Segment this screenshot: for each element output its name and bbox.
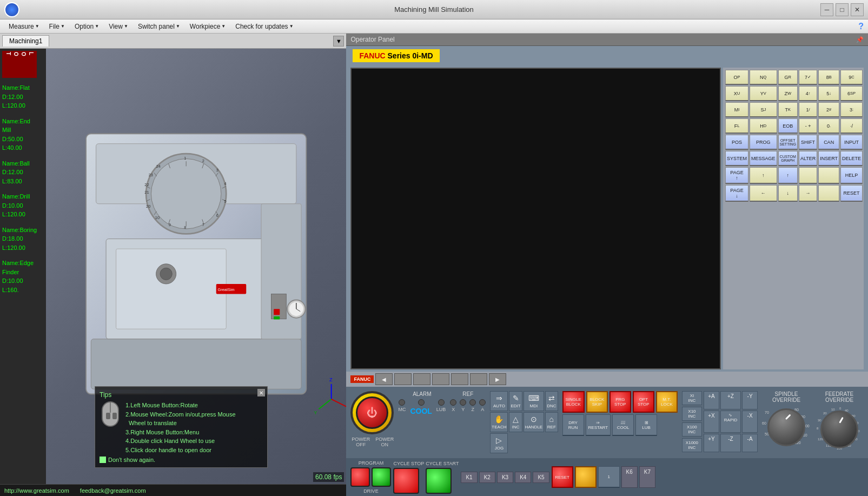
- key-minus[interactable]: - +: [799, 118, 817, 134]
- ctrl-btn5[interactable]: [451, 373, 468, 385]
- key-5[interactable]: 5↓: [818, 86, 839, 101]
- mt-lock-btn[interactable]: M.T.LOCK: [656, 391, 678, 413]
- block-skip-btn[interactable]: BLOCKSKIP: [586, 391, 608, 413]
- ctrl-btn4[interactable]: [432, 373, 449, 385]
- menu-view[interactable]: View ▼: [104, 22, 132, 31]
- key-right-arrow[interactable]: →: [799, 185, 817, 202]
- menu-workpiece[interactable]: Workpiece ▼: [185, 22, 230, 31]
- k2-btn[interactable]: K2: [479, 472, 495, 483]
- minus-a-btn[interactable]: -A: [742, 434, 758, 452]
- mode-ref[interactable]: ⌂ REF: [545, 412, 558, 432]
- tab-machining1[interactable]: Machining1: [2, 35, 49, 47]
- key-CUSTOM[interactable]: CUSTOMGRAPH: [778, 151, 798, 166]
- key-EOB[interactable]: EOB: [778, 118, 798, 134]
- minus-y-btn[interactable]: -Y: [742, 391, 758, 409]
- feedrate-knob[interactable]: [820, 411, 858, 448]
- mode-edit[interactable]: ✎ EDIT: [509, 391, 522, 411]
- amber-btn1[interactable]: [575, 466, 597, 488]
- key-up-arrow[interactable]: ↑: [750, 167, 777, 184]
- key-POS[interactable]: POS: [725, 135, 748, 150]
- mode-inc[interactable]: △ INC: [509, 412, 522, 432]
- key-N[interactable]: NQ: [750, 70, 777, 85]
- spindle-knob[interactable]: [767, 408, 805, 446]
- k3-btn[interactable]: K3: [497, 472, 513, 483]
- cycle-start-btn[interactable]: [426, 468, 452, 494]
- plus-a-btn[interactable]: +A: [704, 391, 719, 409]
- mode-auto[interactable]: ⇒ AUTO: [490, 391, 508, 411]
- minimize-button[interactable]: ─: [820, 3, 833, 16]
- xi-inc-btn[interactable]: XIINC: [682, 391, 702, 405]
- ctrl-rewind[interactable]: ◀: [375, 373, 393, 385]
- key-down-arrow[interactable]: ↓: [778, 185, 798, 202]
- key-HELP[interactable]: HELP: [840, 167, 863, 184]
- key-Z[interactable]: ZW: [778, 86, 798, 101]
- dont-show-again[interactable]: Don't show again.: [100, 457, 263, 463]
- key-Y[interactable]: YV: [750, 86, 777, 101]
- dry-run-btn[interactable]: DRYRUN: [562, 414, 584, 436]
- key-SYSTEM[interactable]: SYSTEM: [725, 151, 748, 166]
- plus-x-btn[interactable]: +X: [704, 411, 719, 433]
- email-link[interactable]: feedback@greatsim.com: [80, 487, 146, 494]
- restart-btn[interactable]: ⇒RESTART: [586, 414, 611, 436]
- single-block-btn[interactable]: SINGLEBLOCK: [562, 391, 585, 413]
- key-INPUT[interactable]: INPUT: [840, 135, 863, 150]
- tips-close-button[interactable]: ✕: [257, 389, 265, 396]
- key-DELETE[interactable]: DELETE: [840, 151, 863, 166]
- op-pin-button[interactable]: 📌: [856, 36, 864, 43]
- cycle-stop-btn[interactable]: [393, 468, 419, 494]
- minus-x-btn[interactable]: -X: [742, 411, 758, 433]
- k4-btn[interactable]: K4: [515, 472, 531, 483]
- key-2[interactable]: 2#: [818, 102, 839, 117]
- ctrl-btn6[interactable]: [470, 373, 487, 385]
- k7-btn[interactable]: K7: [639, 466, 655, 488]
- key-S[interactable]: SJ: [750, 102, 777, 117]
- menu-file[interactable]: File ▼: [45, 22, 69, 31]
- reset-btn2[interactable]: RESET: [552, 466, 573, 488]
- key-G[interactable]: GR: [778, 70, 798, 85]
- menu-option[interactable]: Option ▼: [70, 22, 103, 31]
- mode-mdi[interactable]: ⌨ MDI: [524, 391, 544, 411]
- key-6[interactable]: 6SP: [840, 86, 863, 101]
- prg-stop-btn[interactable]: PRGSTOP: [609, 391, 631, 413]
- mode-dnc[interactable]: ⇄ DNC: [545, 391, 558, 411]
- k6-btn[interactable]: K6: [621, 466, 638, 488]
- key-X[interactable]: XU: [725, 86, 748, 101]
- key-0[interactable]: 0.: [818, 118, 839, 134]
- key-up-arrow2[interactable]: ↑: [778, 167, 798, 184]
- dont-show-checkbox[interactable]: [100, 457, 106, 463]
- extra-btn1[interactable]: 1: [598, 466, 620, 488]
- x10-inc-btn[interactable]: X10INC: [682, 407, 702, 421]
- key-1[interactable]: 1/: [799, 102, 817, 117]
- mode-jog[interactable]: ▷ JOG: [490, 433, 508, 453]
- key-left-arrow[interactable]: ←: [750, 185, 777, 202]
- key-H[interactable]: HD: [750, 118, 777, 134]
- close-button[interactable]: ✕: [851, 3, 864, 16]
- tab-dropdown[interactable]: ▼: [333, 36, 344, 47]
- program-stop-btn[interactable]: [350, 467, 370, 487]
- program-start-btn[interactable]: [372, 467, 391, 487]
- key-CAN[interactable]: CAN: [818, 135, 839, 150]
- key-dotslash[interactable]: ·/: [840, 118, 863, 134]
- menu-check-updates[interactable]: Check for updates ▼: [231, 22, 297, 31]
- maximize-button[interactable]: □: [836, 3, 849, 16]
- key-T[interactable]: TK: [778, 102, 798, 117]
- k5-btn[interactable]: K5: [533, 472, 549, 483]
- k1-btn[interactable]: K1: [461, 472, 477, 483]
- plus-y-btn[interactable]: +Y: [704, 434, 719, 452]
- menu-switch-panel[interactable]: Switch panel ▼: [134, 22, 184, 31]
- minus-z-btn[interactable]: -Z: [720, 434, 741, 452]
- opt-stop-btn[interactable]: OPTSTOP: [633, 391, 654, 413]
- menu-measure[interactable]: Measure ▼: [4, 22, 44, 31]
- cool-btn[interactable]: ⛆COOL: [612, 414, 634, 436]
- mode-teach[interactable]: ✋ TEACH: [490, 412, 508, 432]
- key-7[interactable]: 7✓: [799, 70, 817, 85]
- help-icon[interactable]: ?: [858, 22, 864, 31]
- key-3[interactable]: 3:: [840, 102, 863, 117]
- key-INSERT[interactable]: INSERT: [818, 151, 839, 166]
- key-ALTER[interactable]: ALTER: [799, 151, 817, 166]
- key-F[interactable]: FL: [725, 118, 748, 134]
- key-MESSAGE[interactable]: MESSAGE: [750, 151, 777, 166]
- key-SHIFT[interactable]: SHIFT: [799, 135, 817, 150]
- ctrl-btn2[interactable]: [394, 373, 412, 385]
- key-9[interactable]: 9C: [840, 70, 863, 85]
